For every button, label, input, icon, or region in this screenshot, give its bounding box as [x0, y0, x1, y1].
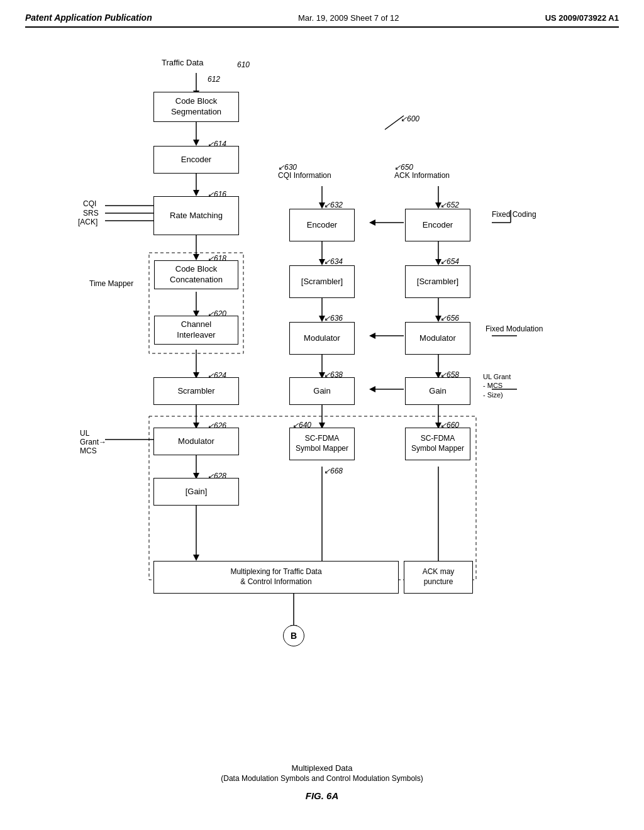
channel-interleaver-box: ChannelInterleaver	[154, 316, 238, 345]
header-publication: Patent Application Publication	[25, 13, 152, 23]
modulator-cqi-box: Modulator	[289, 322, 355, 355]
code-block-segmentation-box: Code BlockSegmentation	[153, 92, 239, 122]
encoder-ack-box: Encoder	[405, 209, 470, 241]
scrambler-box: Scrambler	[153, 377, 239, 405]
gain-main-box: [Gain]	[153, 478, 239, 506]
gain-cqi-box: Gain	[289, 377, 355, 405]
ul-grant-label: ULGrant→MCS	[80, 429, 106, 455]
page-header: Patent Application Publication Mar. 19, …	[25, 13, 619, 28]
traffic-data-label: Traffic Data	[162, 58, 203, 67]
figure-id: FIG. 6A	[25, 790, 619, 801]
svg-marker-47	[369, 386, 375, 392]
ack-info-label: ACK Information	[394, 171, 450, 180]
rate-matching-box: Rate Matching	[153, 196, 239, 235]
srs-label: SRS	[83, 209, 99, 218]
connector-b: B	[283, 625, 304, 646]
svg-marker-17	[193, 555, 199, 561]
ref-654: ↙654	[440, 257, 459, 266]
svg-marker-43	[369, 219, 375, 226]
code-block-concat-box: Code BlockConcatenation	[154, 260, 238, 289]
header-date-sheet: Mar. 19, 2009 Sheet 7 of 12	[298, 13, 399, 23]
svg-marker-7	[193, 254, 199, 260]
encoder-main-box: Encoder	[153, 146, 239, 174]
svg-marker-45	[369, 333, 375, 339]
ul-grant-mcs-label: UL Grant- MCS- Size)	[483, 372, 511, 399]
ref-632: ↙632	[324, 201, 343, 209]
modulator-ack-box: Modulator	[405, 322, 470, 355]
time-mapper-label: Time Mapper	[89, 279, 133, 288]
multiplexed-data-label: Multiplexed Data	[25, 763, 619, 773]
ref-652: ↙652	[440, 201, 459, 209]
ack-puncture-box: ACK maypuncture	[404, 561, 473, 594]
gain-ack-box: Gain	[405, 377, 470, 405]
cqi-label: CQI	[83, 199, 96, 208]
page: Patent Application Publication Mar. 19, …	[0, 0, 644, 830]
header-patent-number: US 2009/073922 A1	[545, 13, 619, 23]
ref-610: 610	[237, 60, 250, 69]
ref-612: 612	[208, 75, 220, 84]
cqi-info-label: CQI Information	[278, 171, 331, 180]
figure-caption-area: Multiplexed Data (Data Modulation Symbol…	[25, 763, 619, 801]
data-mod-symbols-label: (Data Modulation Symbols and Control Mod…	[25, 774, 619, 783]
ref-636: ↙636	[324, 314, 343, 323]
scrambler-ack-box: [Scrambler]	[405, 265, 470, 298]
ack-input-label: [ACK]	[78, 218, 97, 226]
fixed-modulation-label: Fixed Modulation	[486, 324, 543, 333]
multiplex-box: Multiplexing for Traffic Data& Control I…	[153, 561, 399, 594]
fixed-coding-label: Fixed Coding	[492, 210, 536, 219]
sc-fdma-cqi-box: SC-FDMASymbol Mapper	[289, 428, 355, 460]
ref-656: ↙656	[440, 314, 459, 323]
ref-668: ↙668	[324, 467, 343, 475]
modulator-main-box: Modulator	[153, 428, 239, 455]
svg-marker-5	[193, 190, 199, 196]
ref-650: ↙650	[394, 163, 413, 172]
ref-634: ↙634	[324, 257, 343, 266]
sc-fdma-ack-box: SC-FDMASymbol Mapper	[405, 428, 470, 460]
ref-630: ↙630	[278, 163, 297, 172]
svg-marker-3	[193, 140, 199, 146]
scrambler-cqi-box: [Scrambler]	[289, 265, 355, 298]
diagram-container: Traffic Data 610 612 Code BlockSegmentat…	[52, 47, 592, 757]
encoder-cqi-box: Encoder	[289, 209, 355, 241]
ref-600: ↙600	[401, 114, 419, 123]
